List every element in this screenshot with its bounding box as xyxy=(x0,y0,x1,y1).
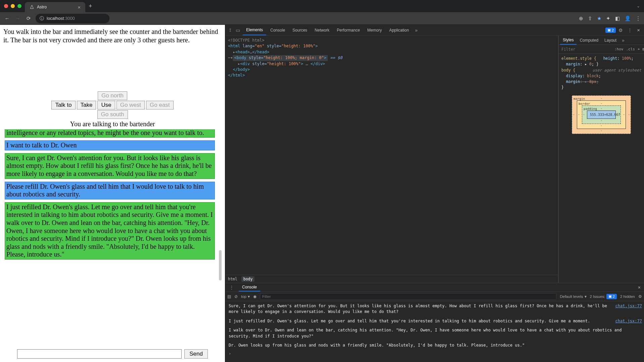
browser-tab-active[interactable]: Astro × xyxy=(25,2,85,12)
site-info-icon[interactable]: ⓘ xyxy=(40,15,44,21)
profile-icon[interactable]: 👤 xyxy=(625,15,631,21)
bookmark-icon[interactable]: ★ xyxy=(597,15,601,21)
back-button[interactable]: ← xyxy=(3,15,11,21)
breadcrumb-item[interactable]: body xyxy=(241,276,255,282)
tab-network[interactable]: Network xyxy=(311,25,333,35)
styles-tabs: Styles Computed Layout » xyxy=(559,36,644,45)
console-prompt[interactable]: › xyxy=(229,351,642,357)
tab-application[interactable]: Application xyxy=(386,25,412,35)
web-page: You walk into the bar and immediately se… xyxy=(0,25,225,362)
extensions-icon[interactable]: ✦ xyxy=(606,15,610,21)
forward-button[interactable]: → xyxy=(14,15,21,21)
hidden-count: 2 hidden xyxy=(620,295,635,299)
devtools-close-icon[interactable]: × xyxy=(635,27,642,33)
styles-pane: Styles Computed Layout » :hov .cls + ▤ ▣… xyxy=(558,36,644,283)
address-port: :3000 xyxy=(64,16,75,21)
drawer-menu-icon[interactable]: ⋮ xyxy=(227,285,236,290)
new-tab-button[interactable]: + xyxy=(89,3,92,10)
window-close-button[interactable] xyxy=(4,4,8,8)
styles-filter-input[interactable] xyxy=(561,47,612,52)
tab-elements[interactable]: Elements xyxy=(243,25,266,35)
drawer-close-icon[interactable]: × xyxy=(637,285,642,290)
issues-label: 2 Issues: ▣ 2 xyxy=(590,294,617,299)
source-link[interactable]: chat.jsx:77 xyxy=(615,318,642,324)
styles-more-icon[interactable]: » xyxy=(620,38,627,43)
chat-input-row: Send xyxy=(2,347,223,362)
clear-console-icon[interactable]: ⊘ xyxy=(234,294,238,299)
chat-message: Sure, I can get Dr. Owen's attention for… xyxy=(5,153,215,179)
tabs-menu-icon[interactable]: ⌄ xyxy=(637,4,640,8)
chat-panel: robotics. If you're interested in discus… xyxy=(2,129,223,362)
device-toggle-icon[interactable]: ▭ xyxy=(234,28,242,33)
window-maximize-button[interactable] xyxy=(17,4,21,8)
console-log[interactable]: Sure, I can get Dr. Owen's attention for… xyxy=(225,301,644,362)
tab-console[interactable]: Console xyxy=(267,25,288,35)
styles-rules[interactable]: element.style { height: 100%; margin: ▸ … xyxy=(559,54,644,283)
dom-breadcrumb[interactable]: html body xyxy=(225,275,558,283)
go-south-button[interactable]: Go south xyxy=(97,110,128,119)
source-link[interactable]: chat.jsx:77 xyxy=(615,303,642,315)
browser-toolbar: ← → ⟳ ⓘ localhost:3000 ⊕ ⇪ ★ ✦ ◧ 👤 ⋮ xyxy=(0,12,644,25)
console-filter-input[interactable] xyxy=(260,293,556,300)
console-drawer: ⋮ Console × ▤ ⊘ top▾ ◉ Default levels▾ 2… xyxy=(225,283,644,362)
settings-icon[interactable]: ⚙ xyxy=(616,28,625,33)
take-button[interactable]: Take xyxy=(77,101,96,109)
elements-left: <!DOCTYPE html> <html lang="en" style="h… xyxy=(225,36,558,283)
sidepanel-icon[interactable]: ◧ xyxy=(615,15,620,21)
devtools-panel: ⟟ ▭ Elements Console Sources Network Per… xyxy=(225,25,644,362)
reload-button[interactable]: ⟳ xyxy=(25,15,32,21)
tab-close-icon[interactable]: × xyxy=(78,4,81,10)
console-settings-icon[interactable]: ⚙ xyxy=(638,294,642,299)
window-minimize-button[interactable] xyxy=(11,4,15,8)
new-rule-icon[interactable]: + xyxy=(638,47,640,51)
go-east-button[interactable]: Go east xyxy=(146,101,174,109)
tab-memory[interactable]: Memory xyxy=(364,25,385,35)
console-sidebar-icon[interactable]: ▤ xyxy=(227,294,231,299)
hov-toggle[interactable]: :hov xyxy=(614,47,624,51)
chat-message: I want to talk to Dr. Owen xyxy=(5,140,215,150)
dom-tree[interactable]: <!DOCTYPE html> <html lang="en" style="h… xyxy=(225,36,558,275)
context-selector[interactable]: top▾ xyxy=(241,294,250,299)
styles-tab-styles[interactable]: Styles xyxy=(560,36,577,45)
go-north-button[interactable]: Go north xyxy=(98,91,127,100)
console-row: I just refilled Dr. Owen's glass. Let me… xyxy=(229,318,642,327)
use-button[interactable]: Use xyxy=(97,101,115,109)
cls-toggle[interactable]: .cls xyxy=(626,47,635,51)
address-host: localhost xyxy=(47,16,64,21)
drawer-tab-console[interactable]: Console xyxy=(239,283,260,291)
inspect-icon[interactable]: ⟟ xyxy=(227,27,233,33)
breadcrumb-item[interactable]: html xyxy=(228,277,237,281)
address-bar[interactable]: ⓘ localhost:3000 xyxy=(36,14,109,23)
share-icon[interactable]: ⇪ xyxy=(588,15,592,21)
talk-to-button[interactable]: Talk to xyxy=(51,101,75,109)
chat-message: robotics. If you're interested in discus… xyxy=(5,129,215,138)
devtools-menu-icon[interactable]: ⋮ xyxy=(626,28,634,33)
favicon-icon xyxy=(30,5,34,9)
styles-tab-layout[interactable]: Layout xyxy=(602,36,619,45)
box-model: margin - - - - border - - - - xyxy=(572,95,631,134)
browser-tabstrip: Astro × + ⌄ xyxy=(0,0,644,12)
chat-input[interactable] xyxy=(17,349,182,359)
go-west-button[interactable]: Go west xyxy=(117,101,145,109)
drawer-tabs: ⋮ Console × xyxy=(225,283,644,292)
styles-more-icon[interactable]: ▤ xyxy=(643,47,644,51)
content-split: You walk into the bar and immediately se… xyxy=(0,25,644,362)
styles-tab-computed[interactable]: Computed xyxy=(577,36,601,45)
chat-scroll[interactable]: robotics. If you're interested in discus… xyxy=(2,129,223,347)
levels-selector[interactable]: Default levels▾ xyxy=(560,294,586,299)
chat-scrollbar[interactable] xyxy=(218,129,222,362)
zoom-icon[interactable]: ⊕ xyxy=(579,15,583,21)
console-row: Sure, I can get Dr. Owen's attention for… xyxy=(229,303,642,318)
issues-pill[interactable]: ▣ 2 xyxy=(605,28,616,33)
styles-filter-bar: :hov .cls + ▤ ▣ xyxy=(559,45,644,54)
status-line: You are talking to the bartender xyxy=(0,120,225,128)
menu-icon[interactable]: ⋮ xyxy=(636,15,641,21)
tab-sources[interactable]: Sources xyxy=(289,25,311,35)
send-button[interactable]: Send xyxy=(184,349,208,359)
toolbar-right: ⊕ ⇪ ★ ✦ ◧ 👤 ⋮ xyxy=(579,15,641,21)
more-tabs-icon[interactable]: » xyxy=(413,28,420,33)
live-expression-icon[interactable]: ◉ xyxy=(253,294,257,299)
devtools-body: <!DOCTYPE html> <html lang="en" style="h… xyxy=(225,36,644,283)
window-controls xyxy=(4,4,21,8)
tab-performance[interactable]: Performance xyxy=(333,25,363,35)
